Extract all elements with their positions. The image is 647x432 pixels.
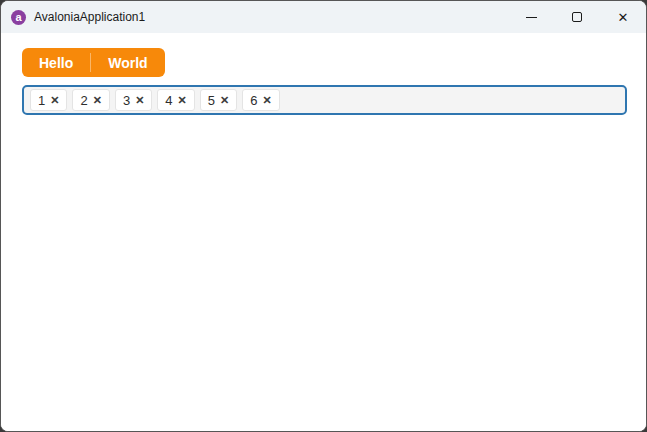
chip-remove-icon[interactable]: ✕	[178, 95, 187, 106]
window-title: AvaloniaApplication1	[34, 10, 145, 24]
chip-label: 4	[165, 93, 172, 108]
content-area: Hello World 1 ✕ 2 ✕ 3 ✕ 4 ✕ 5	[1, 33, 646, 431]
minimize-button[interactable]	[508, 1, 554, 33]
tab-hello[interactable]: Hello	[22, 48, 90, 77]
avalonia-logo-icon: a	[11, 10, 26, 25]
chip-remove-icon[interactable]: ✕	[135, 95, 144, 106]
close-icon: ✕	[618, 11, 629, 24]
chip-remove-icon[interactable]: ✕	[263, 95, 272, 106]
chip-label: 6	[250, 93, 257, 108]
chip-label: 1	[38, 93, 45, 108]
maximize-icon	[572, 12, 582, 22]
chip-remove-icon[interactable]: ✕	[50, 95, 59, 106]
tab-strip: Hello World	[22, 48, 165, 77]
chip-item: 3 ✕	[115, 89, 152, 111]
chip-item: 4 ✕	[157, 89, 194, 111]
tab-world[interactable]: World	[91, 48, 164, 77]
title-bar[interactable]: a AvaloniaApplication1 ✕	[1, 1, 646, 33]
chip-remove-icon[interactable]: ✕	[93, 95, 102, 106]
chip-label: 2	[80, 93, 87, 108]
chip-remove-icon[interactable]: ✕	[220, 95, 229, 106]
close-button[interactable]: ✕	[600, 1, 646, 33]
maximize-button[interactable]	[554, 1, 600, 33]
app-window: a AvaloniaApplication1 ✕ Hello World 1 ✕	[0, 0, 647, 432]
chip-item: 5 ✕	[200, 89, 237, 111]
chip-item: 1 ✕	[30, 89, 67, 111]
minimize-icon	[526, 17, 537, 18]
chip-label: 5	[208, 93, 215, 108]
chips-input[interactable]: 1 ✕ 2 ✕ 3 ✕ 4 ✕ 5 ✕ 6 ✕	[22, 85, 627, 115]
chip-item: 2 ✕	[72, 89, 109, 111]
chip-item: 6 ✕	[242, 89, 279, 111]
chip-label: 3	[123, 93, 130, 108]
